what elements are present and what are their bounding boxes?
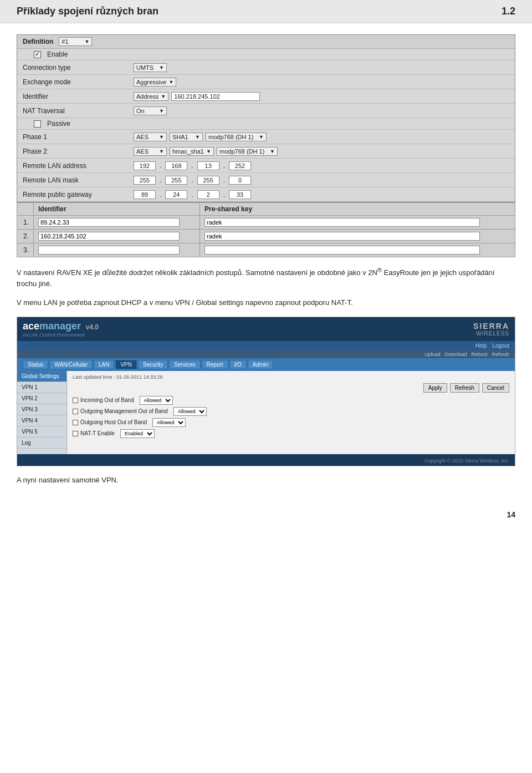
rgw-oct4[interactable]: 33 <box>229 190 251 199</box>
remote-lan-addr-row: Remote LAN address 192 . 168 . 13 . 252 <box>17 159 515 173</box>
phase2-label: Phase 2 <box>23 148 134 155</box>
table-row: 2. <box>17 230 515 243</box>
num-col-header <box>17 203 34 216</box>
ace-setting-checkbox-1[interactable] <box>73 409 78 414</box>
ace-setting-label-1: Outgoing Management Out of Band <box>73 408 168 414</box>
ace-setting-select-0[interactable]: Allowed <box>140 396 173 405</box>
phase1-dh-select[interactable]: modp768 (DH 1) ▼ <box>206 133 267 141</box>
definition-label: Definition <box>23 38 53 45</box>
vpn-config-panel: Definition #1 ▼ Enable Connection type U… <box>17 34 515 202</box>
rgw-oct2[interactable]: 24 <box>165 190 187 199</box>
identifier-psk-table: Identifier Pre-shared key 1. 2. 3. <box>17 202 515 257</box>
ace-setting-checkbox-0[interactable] <box>73 398 78 403</box>
phase2-enc-select[interactable]: AES ▼ <box>134 147 167 156</box>
ace-sidebar-log[interactable]: Log <box>17 438 66 449</box>
ace-sidebar-vpn4[interactable]: VPN 4 <box>17 415 66 426</box>
rla-oct4[interactable]: 252 <box>229 161 251 170</box>
ace-nav: Status WAN/Cellular LAN VPN Security Ser… <box>17 358 515 371</box>
enable-label: Enable <box>47 50 68 58</box>
ident-input-1[interactable] <box>38 232 180 241</box>
identifier-ip-input[interactable]: 160.218.245.102 <box>171 92 260 101</box>
nat-traversal-select[interactable]: On ▼ <box>134 106 167 115</box>
ace-header: acemanager v4.0 AirLink Control Environm… <box>17 317 515 341</box>
ace-sidebar-vpn1[interactable]: VPN 1 <box>17 382 66 393</box>
ace-upload-bar: Upload Download Reboot Refresh <box>17 350 515 358</box>
exchange-mode-select[interactable]: Aggressive ▼ <box>134 78 176 87</box>
ace-nav-services[interactable]: Services <box>169 360 200 369</box>
rlm-oct1[interactable]: 255 <box>134 176 156 185</box>
ace-sidebar-vpn3[interactable]: VPN 3 <box>17 404 66 415</box>
table-row: 3. <box>17 243 515 257</box>
ace-refresh-link[interactable]: Refresh <box>492 352 509 357</box>
ace-nav-security[interactable]: Security <box>138 360 168 369</box>
ace-nav-io[interactable]: I/O <box>229 360 247 369</box>
phase1-hash-select[interactable]: SHA1 ▼ <box>170 133 203 141</box>
ident-input-2[interactable] <box>38 246 180 255</box>
connection-type-label: Connection type <box>23 64 134 72</box>
remote-lan-mask-label: Remote LAN mask <box>23 176 134 184</box>
phase2-value: AES ▼ hmac_sha1 ▼ modp768 (DH 1) ▼ <box>134 147 278 156</box>
connection-type-select[interactable]: UMTS ▼ <box>134 63 167 72</box>
identifier-type-select[interactable]: Address ▼ <box>134 92 168 101</box>
ace-download-link[interactable]: Download <box>444 352 467 357</box>
identifier-label: Identifier <box>23 93 134 100</box>
rgw-oct3[interactable]: 2 <box>197 190 219 199</box>
passive-checkbox[interactable] <box>34 120 41 128</box>
ace-setting-select-3[interactable]: Enabled <box>120 429 155 438</box>
ace-setting-checkbox-2[interactable] <box>73 420 78 425</box>
ace-nav-vpn[interactable]: VPN <box>115 360 137 369</box>
phase2-dh-arrow: ▼ <box>270 149 275 154</box>
rla-oct1[interactable]: 192 <box>134 161 156 170</box>
ace-setting-row: Outgoing Host Out of Band Allowed <box>73 418 509 427</box>
phase1-row: Phase 1 AES ▼ SHA1 ▼ modp768 (DH 1) ▼ <box>17 130 515 144</box>
psk-col-header: Pre-shared key <box>200 203 515 216</box>
ace-sidebar-vpn5[interactable]: VPN 5 <box>17 426 66 438</box>
ace-nav-report[interactable]: Report <box>202 360 228 369</box>
phase1-dh-arrow: ▼ <box>259 134 264 140</box>
enable-checkbox[interactable] <box>34 51 41 58</box>
ace-cancel-btn[interactable]: Cancel <box>482 383 509 393</box>
rgw-oct1[interactable]: 89 <box>134 190 156 199</box>
definition-select[interactable]: #1 ▼ <box>59 37 92 46</box>
ace-setting-row: Outgoing Management Out of Band Allowed <box>73 407 509 416</box>
ace-refresh-btn[interactable]: Refresh <box>450 383 479 393</box>
psk-input-1[interactable] <box>204 232 480 241</box>
rlm-oct4[interactable]: 0 <box>229 176 251 185</box>
ace-nav-admin[interactable]: Admin <box>248 360 273 369</box>
remote-lan-mask-row: Remote LAN mask 255 . 255 . 255 . 0 <box>17 173 515 187</box>
row-ident-1 <box>34 230 200 243</box>
psk-input-2[interactable] <box>204 246 480 255</box>
ace-setting-select-1[interactable]: Allowed <box>173 407 207 416</box>
row-psk-1 <box>200 230 515 243</box>
row-num-0: 1. <box>17 216 34 230</box>
connection-type-row: Connection type UMTS ▼ <box>17 60 515 75</box>
enable-row: Enable <box>17 49 515 60</box>
phase1-enc-select[interactable]: AES ▼ <box>134 133 167 141</box>
identifier-row: Identifier Address ▼ 160.218.245.102 <box>17 89 515 104</box>
rla-oct3[interactable]: 13 <box>197 161 219 170</box>
ace-nav-lan[interactable]: LAN <box>94 360 114 369</box>
ace-nav-status[interactable]: Status <box>23 360 48 369</box>
rlm-oct3[interactable]: 255 <box>197 176 219 185</box>
page-footer-number: 14 <box>0 505 532 525</box>
ace-nav-wan[interactable]: WAN/Cellular <box>49 360 93 369</box>
phase2-hash-select[interactable]: hmac_sha1 ▼ <box>170 147 214 156</box>
chapter-number: 1.2 <box>502 6 515 17</box>
ace-logo: acemanager v4.0 AirLink Control Environm… <box>23 321 99 338</box>
ace-sidebar-vpn2[interactable]: VPN 2 <box>17 393 66 404</box>
ace-reboot-link[interactable]: Reboot <box>471 352 487 357</box>
ace-top-bar: Help Logout <box>17 341 515 350</box>
ident-input-0[interactable] <box>38 218 180 227</box>
ace-help-link[interactable]: Help <box>475 343 487 349</box>
phase2-dh-select[interactable]: modp768 (DH 1) ▼ <box>217 147 278 156</box>
ace-setting-select-2[interactable]: Allowed <box>152 418 186 427</box>
ace-apply-btn[interactable]: Apply <box>423 383 447 393</box>
ace-body: Global Settings VPN 1 VPN 2 VPN 3 VPN 4 … <box>17 371 515 454</box>
psk-input-0[interactable] <box>204 218 480 227</box>
ace-sidebar-global[interactable]: Global Settings <box>17 371 66 382</box>
ace-upload-link[interactable]: Upload <box>424 352 441 357</box>
ace-setting-checkbox-3[interactable] <box>73 431 78 436</box>
rla-oct2[interactable]: 168 <box>165 161 187 170</box>
rlm-oct2[interactable]: 255 <box>165 176 187 185</box>
ace-logout-link[interactable]: Logout <box>492 343 509 349</box>
